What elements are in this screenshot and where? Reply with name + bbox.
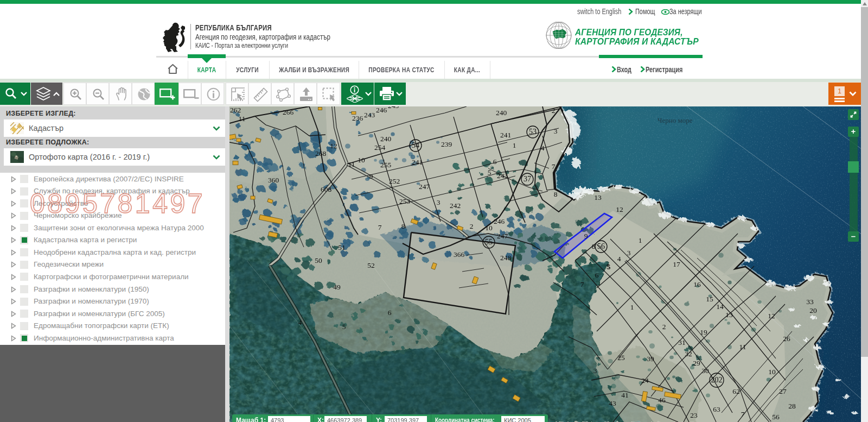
svg-text:27: 27: [779, 387, 787, 395]
svg-text:41: 41: [621, 391, 629, 399]
svg-text:3: 3: [437, 198, 441, 206]
svg-text:241: 241: [500, 131, 511, 139]
svg-text:243: 243: [364, 111, 375, 119]
svg-text:262: 262: [230, 106, 241, 114]
svg-text:253: 253: [399, 197, 411, 205]
svg-text:19: 19: [700, 328, 707, 336]
svg-text:5: 5: [488, 168, 492, 177]
svg-text:7: 7: [741, 410, 745, 418]
svg-text:240: 240: [380, 135, 392, 143]
svg-text:3: 3: [627, 249, 631, 257]
svg-text:24: 24: [641, 376, 649, 385]
svg-text:37: 37: [524, 175, 531, 183]
svg-text:247: 247: [497, 232, 508, 240]
svg-text:247: 247: [419, 182, 430, 191]
svg-text:11: 11: [348, 160, 355, 168]
svg-text:12: 12: [330, 142, 337, 150]
svg-text:56: 56: [772, 413, 780, 421]
svg-text:46: 46: [658, 396, 666, 404]
svg-text:10: 10: [768, 368, 776, 376]
svg-text:33: 33: [806, 298, 814, 306]
svg-text:248: 248: [500, 254, 512, 262]
svg-text:2: 2: [552, 106, 556, 115]
svg-text:7: 7: [580, 280, 584, 288]
svg-text:26: 26: [783, 335, 790, 343]
svg-text:28: 28: [788, 402, 796, 410]
svg-text:13: 13: [594, 193, 602, 201]
svg-text:54: 54: [412, 141, 419, 149]
svg-text:255: 255: [380, 161, 392, 169]
svg-text:4: 4: [617, 255, 621, 263]
svg-text:52: 52: [367, 261, 375, 269]
svg-text:13: 13: [725, 311, 733, 319]
svg-text:2: 2: [470, 222, 474, 230]
svg-text:11: 11: [239, 115, 246, 123]
svg-text:53: 53: [529, 128, 537, 136]
svg-text:7: 7: [552, 162, 556, 171]
svg-text:266: 266: [283, 108, 294, 116]
svg-text:43: 43: [609, 399, 616, 407]
svg-text:6: 6: [493, 158, 497, 166]
svg-text:Черно море: Черно море: [658, 116, 693, 124]
svg-text:239: 239: [441, 140, 452, 148]
svg-text:23: 23: [690, 411, 698, 419]
svg-text:6: 6: [388, 308, 392, 317]
svg-text:12: 12: [768, 312, 775, 320]
svg-text:9: 9: [369, 172, 373, 180]
svg-text:51: 51: [338, 243, 346, 251]
svg-text:5: 5: [607, 262, 610, 270]
svg-text:30: 30: [701, 367, 709, 375]
svg-text:8: 8: [401, 222, 405, 230]
svg-text:39: 39: [647, 355, 654, 363]
svg-text:11: 11: [739, 343, 746, 351]
svg-text:360: 360: [268, 176, 279, 184]
svg-text:10: 10: [358, 156, 365, 164]
svg-text:8: 8: [554, 190, 558, 198]
svg-text:3: 3: [554, 127, 558, 135]
svg-text:246: 246: [376, 106, 387, 114]
svg-text:49: 49: [333, 283, 341, 291]
svg-text:1: 1: [630, 303, 634, 311]
svg-text:236: 236: [352, 114, 363, 122]
svg-text:202: 202: [711, 376, 723, 384]
svg-text:268: 268: [315, 149, 327, 158]
svg-text:7: 7: [378, 223, 382, 231]
svg-text:25: 25: [617, 354, 625, 362]
svg-text:62: 62: [732, 387, 740, 395]
svg-text:608: 608: [321, 185, 332, 193]
svg-text:20: 20: [809, 306, 817, 314]
svg-text:245: 245: [388, 106, 399, 110]
svg-text:50: 50: [315, 256, 322, 264]
svg-text:246: 246: [494, 217, 505, 225]
svg-text:243: 243: [497, 172, 508, 180]
svg-text:63: 63: [713, 405, 720, 413]
svg-text:252: 252: [389, 177, 400, 185]
svg-text:366: 366: [454, 250, 465, 259]
svg-text:1: 1: [513, 141, 516, 149]
svg-text:56: 56: [597, 242, 605, 250]
svg-text:6: 6: [595, 271, 599, 279]
svg-text:1: 1: [639, 236, 642, 244]
svg-text:5: 5: [342, 323, 346, 331]
svg-text:16: 16: [693, 280, 701, 288]
svg-text:3: 3: [593, 367, 597, 375]
svg-text:29: 29: [693, 359, 700, 367]
svg-text:17: 17: [673, 260, 680, 268]
svg-text:14: 14: [716, 303, 724, 311]
svg-text:32: 32: [685, 350, 692, 358]
svg-text:4: 4: [541, 144, 545, 152]
svg-text:240: 240: [496, 109, 507, 117]
svg-text:242: 242: [450, 201, 461, 210]
svg-text:254: 254: [374, 143, 386, 152]
svg-text:4: 4: [298, 318, 302, 326]
svg-text:10: 10: [485, 224, 493, 232]
svg-text:241: 241: [412, 158, 423, 166]
svg-text:15: 15: [706, 295, 713, 303]
svg-text:9: 9: [584, 232, 588, 240]
svg-text:2: 2: [662, 323, 666, 331]
svg-text:12: 12: [616, 205, 623, 213]
svg-text:31: 31: [678, 338, 686, 347]
svg-text:55: 55: [485, 238, 493, 246]
